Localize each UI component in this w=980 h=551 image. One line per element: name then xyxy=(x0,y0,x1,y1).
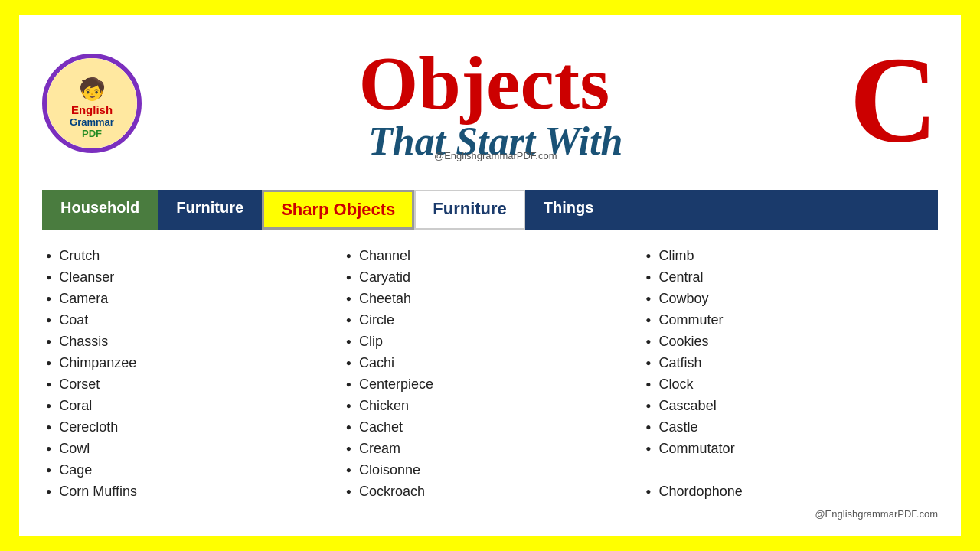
list-item: Cloisonne xyxy=(346,459,631,481)
main-container: 🧒 English Grammar PDF Objects That Start… xyxy=(19,15,961,536)
column-2: ChannelCaryatidCheetahCircleClipCachiCen… xyxy=(338,245,639,502)
title-main: Objects xyxy=(358,45,609,122)
word-list-2: ChannelCaryatidCheetahCircleClipCachiCen… xyxy=(346,245,631,502)
list-item: Caryatid xyxy=(346,266,631,288)
title-area: Objects That Start With @EnglishgrammarP… xyxy=(142,45,849,161)
list-item: Corn Muffins xyxy=(46,481,331,502)
list-item: Clip xyxy=(346,331,631,352)
list-item: Coral xyxy=(46,395,331,416)
content-area: CrutchCleanserCameraCoatChassisChimpanze… xyxy=(42,245,938,502)
logo-figure: 🧒 xyxy=(79,77,106,102)
logo-grammar: Grammar xyxy=(70,116,114,128)
column-1: CrutchCleanserCameraCoatChassisChimpanze… xyxy=(42,245,338,502)
list-item: Corset xyxy=(46,373,331,395)
list-item: Cowboy xyxy=(645,288,930,309)
logo-circle: 🧒 English Grammar PDF xyxy=(42,54,142,153)
logo-pdf: PDF xyxy=(82,128,102,139)
list-item: Cage xyxy=(46,459,331,481)
list-item: Centerpiece xyxy=(346,373,631,395)
list-item: Catfish xyxy=(645,352,930,373)
list-item: Cerecloth xyxy=(46,416,331,438)
list-item: Chicken xyxy=(346,395,631,416)
list-item: Chimpanzee xyxy=(46,352,331,373)
list-item: Cachi xyxy=(346,352,631,373)
list-item: Climb xyxy=(645,245,930,266)
list-item: Cleanser xyxy=(46,266,331,288)
tabs-bar: Household Furniture Sharp Objects Furnit… xyxy=(42,190,938,230)
word-list-1: CrutchCleanserCameraCoatChassisChimpanze… xyxy=(46,245,331,502)
word-list-3: ClimbCentralCowboyCommuterCookiesCatfish… xyxy=(645,245,930,502)
list-item: Cream xyxy=(346,438,631,459)
list-item: Cheetah xyxy=(346,288,631,309)
tab-furniture1[interactable]: Furniture xyxy=(158,190,262,230)
big-letter: C xyxy=(849,38,938,161)
logo-english: English xyxy=(71,103,113,116)
list-item: Camera xyxy=(46,288,331,309)
list-item: Clock xyxy=(645,373,930,395)
list-item: Cascabel xyxy=(645,395,930,416)
list-item: Cachet xyxy=(346,416,631,438)
tab-furniture2[interactable]: Furniture xyxy=(414,190,525,230)
list-item: Coat xyxy=(46,309,331,331)
list-item: Cockroach xyxy=(346,481,631,502)
list-item: Channel xyxy=(346,245,631,266)
list-item: Crutch xyxy=(46,245,331,266)
list-item: Chassis xyxy=(46,331,331,352)
header: 🧒 English Grammar PDF Objects That Start… xyxy=(42,31,938,176)
list-item: Cookies xyxy=(645,331,930,352)
list-item: Commuter xyxy=(645,309,930,331)
watermark-top: @EnglishgrammarPDF.com xyxy=(434,150,557,161)
list-item: Chordophone xyxy=(645,481,930,502)
tab-sharp-objects[interactable]: Sharp Objects xyxy=(262,190,414,230)
list-item: Castle xyxy=(645,416,930,438)
list-item: Central xyxy=(645,266,930,288)
column-3: ClimbCentralCowboyCommuterCookiesCatfish… xyxy=(638,245,938,502)
tab-things[interactable]: Things xyxy=(525,190,938,230)
list-item: Circle xyxy=(346,309,631,331)
tab-household[interactable]: Household xyxy=(42,190,158,230)
watermark-bottom: @EnglishgrammarPDF.com xyxy=(42,508,938,520)
list-item: Cowl xyxy=(46,438,331,459)
list-item: Commutator xyxy=(645,438,930,459)
